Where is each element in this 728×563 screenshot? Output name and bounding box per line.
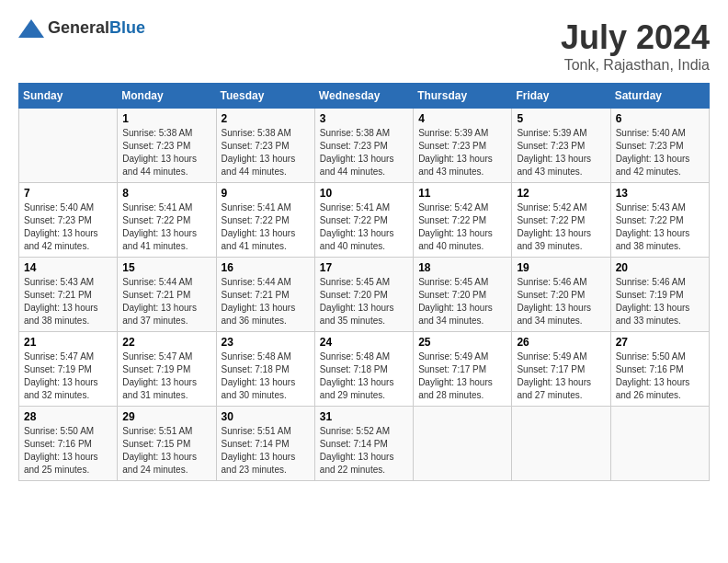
day-number: 18 [418, 261, 506, 274]
day-info: Sunrise: 5:50 AM Sunset: 7:16 PM Dayligh… [24, 425, 112, 477]
calendar-cell: 19Sunrise: 5:46 AM Sunset: 7:20 PM Dayli… [512, 258, 610, 332]
calendar-cell: 17Sunrise: 5:45 AM Sunset: 7:20 PM Dayli… [314, 258, 413, 332]
day-info: Sunrise: 5:46 AM Sunset: 7:19 PM Dayligh… [616, 276, 704, 327]
day-info: Sunrise: 5:46 AM Sunset: 7:20 PM Dayligh… [517, 276, 605, 327]
day-info: Sunrise: 5:41 AM Sunset: 7:22 PM Dayligh… [320, 201, 408, 253]
calendar-cell: 9Sunrise: 5:41 AM Sunset: 7:22 PM Daylig… [216, 183, 314, 258]
day-number: 1 [122, 112, 210, 125]
page-header: GeneralBlue July 2024 Tonk, Rajasthan, I… [18, 18, 710, 74]
calendar-cell [610, 407, 709, 481]
day-info: Sunrise: 5:41 AM Sunset: 7:22 PM Dayligh… [222, 201, 310, 253]
calendar-week-row: 28Sunrise: 5:50 AM Sunset: 7:16 PM Dayli… [19, 407, 710, 481]
calendar-cell: 12Sunrise: 5:42 AM Sunset: 7:22 PM Dayli… [512, 183, 610, 258]
calendar-cell [512, 407, 610, 481]
day-number: 30 [222, 410, 310, 423]
day-number: 25 [418, 336, 506, 349]
day-info: Sunrise: 5:43 AM Sunset: 7:22 PM Dayligh… [616, 201, 704, 253]
day-number: 22 [122, 336, 210, 349]
calendar-cell: 16Sunrise: 5:44 AM Sunset: 7:21 PM Dayli… [216, 258, 314, 332]
day-number: 14 [24, 261, 112, 274]
day-info: Sunrise: 5:48 AM Sunset: 7:18 PM Dayligh… [222, 350, 310, 402]
day-number: 10 [320, 187, 408, 200]
day-number: 4 [418, 112, 506, 125]
day-number: 6 [616, 112, 704, 125]
location-title: Tonk, Rajasthan, India [561, 57, 710, 74]
calendar-table: Sunday Monday Tuesday Wednesday Thursday… [18, 83, 710, 481]
col-monday: Monday [118, 84, 216, 109]
calendar-cell: 1Sunrise: 5:38 AM Sunset: 7:23 PM Daylig… [118, 109, 216, 183]
day-info: Sunrise: 5:45 AM Sunset: 7:20 PM Dayligh… [418, 276, 506, 327]
calendar-cell: 22Sunrise: 5:47 AM Sunset: 7:19 PM Dayli… [118, 332, 216, 407]
day-number: 15 [122, 261, 210, 274]
calendar-cell: 20Sunrise: 5:46 AM Sunset: 7:19 PM Dayli… [610, 258, 709, 332]
col-thursday: Thursday [414, 84, 512, 109]
day-number: 21 [24, 336, 112, 349]
calendar-cell: 7Sunrise: 5:40 AM Sunset: 7:23 PM Daylig… [19, 183, 118, 258]
day-number: 5 [517, 112, 605, 125]
logo-icon [18, 19, 44, 38]
day-info: Sunrise: 5:38 AM Sunset: 7:23 PM Dayligh… [122, 127, 210, 178]
col-tuesday: Tuesday [216, 84, 314, 109]
calendar-cell: 25Sunrise: 5:49 AM Sunset: 7:17 PM Dayli… [414, 332, 512, 407]
day-info: Sunrise: 5:47 AM Sunset: 7:19 PM Dayligh… [24, 350, 112, 402]
calendar-header: Sunday Monday Tuesday Wednesday Thursday… [19, 84, 710, 109]
day-number: 16 [222, 261, 310, 274]
day-number: 12 [517, 187, 605, 200]
day-number: 9 [222, 187, 310, 200]
calendar-cell: 29Sunrise: 5:51 AM Sunset: 7:15 PM Dayli… [118, 407, 216, 481]
calendar-cell: 10Sunrise: 5:41 AM Sunset: 7:22 PM Dayli… [314, 183, 413, 258]
calendar-cell: 30Sunrise: 5:51 AM Sunset: 7:14 PM Dayli… [216, 407, 314, 481]
day-info: Sunrise: 5:40 AM Sunset: 7:23 PM Dayligh… [24, 201, 112, 253]
calendar-week-row: 1Sunrise: 5:38 AM Sunset: 7:23 PM Daylig… [19, 109, 710, 183]
day-info: Sunrise: 5:48 AM Sunset: 7:18 PM Dayligh… [320, 350, 408, 402]
day-number: 7 [24, 187, 112, 200]
header-row: Sunday Monday Tuesday Wednesday Thursday… [19, 84, 710, 109]
svg-marker-0 [18, 19, 44, 38]
day-info: Sunrise: 5:51 AM Sunset: 7:15 PM Dayligh… [122, 425, 210, 477]
calendar-cell: 4Sunrise: 5:39 AM Sunset: 7:23 PM Daylig… [414, 109, 512, 183]
calendar-cell: 3Sunrise: 5:38 AM Sunset: 7:23 PM Daylig… [314, 109, 413, 183]
day-info: Sunrise: 5:42 AM Sunset: 7:22 PM Dayligh… [418, 201, 506, 253]
col-wednesday: Wednesday [314, 84, 413, 109]
calendar-cell: 26Sunrise: 5:49 AM Sunset: 7:17 PM Dayli… [512, 332, 610, 407]
day-info: Sunrise: 5:39 AM Sunset: 7:23 PM Dayligh… [418, 127, 506, 178]
calendar-cell: 28Sunrise: 5:50 AM Sunset: 7:16 PM Dayli… [19, 407, 118, 481]
calendar-cell: 23Sunrise: 5:48 AM Sunset: 7:18 PM Dayli… [216, 332, 314, 407]
title-block: July 2024 Tonk, Rajasthan, India [561, 18, 710, 74]
logo: GeneralBlue [18, 18, 145, 38]
day-info: Sunrise: 5:41 AM Sunset: 7:22 PM Dayligh… [122, 201, 210, 253]
day-info: Sunrise: 5:47 AM Sunset: 7:19 PM Dayligh… [122, 350, 210, 402]
day-number: 3 [320, 112, 408, 125]
calendar-cell: 2Sunrise: 5:38 AM Sunset: 7:23 PM Daylig… [216, 109, 314, 183]
day-info: Sunrise: 5:51 AM Sunset: 7:14 PM Dayligh… [222, 425, 310, 477]
day-info: Sunrise: 5:43 AM Sunset: 7:21 PM Dayligh… [24, 276, 112, 327]
day-number: 29 [122, 410, 210, 423]
calendar-cell: 8Sunrise: 5:41 AM Sunset: 7:22 PM Daylig… [118, 183, 216, 258]
calendar-cell: 5Sunrise: 5:39 AM Sunset: 7:23 PM Daylig… [512, 109, 610, 183]
calendar-cell: 15Sunrise: 5:44 AM Sunset: 7:21 PM Dayli… [118, 258, 216, 332]
day-number: 28 [24, 410, 112, 423]
day-info: Sunrise: 5:49 AM Sunset: 7:17 PM Dayligh… [517, 350, 605, 402]
day-number: 11 [418, 187, 506, 200]
calendar-week-row: 7Sunrise: 5:40 AM Sunset: 7:23 PM Daylig… [19, 183, 710, 258]
calendar-cell: 24Sunrise: 5:48 AM Sunset: 7:18 PM Dayli… [314, 332, 413, 407]
day-info: Sunrise: 5:39 AM Sunset: 7:23 PM Dayligh… [517, 127, 605, 178]
calendar-cell: 18Sunrise: 5:45 AM Sunset: 7:20 PM Dayli… [414, 258, 512, 332]
col-saturday: Saturday [610, 84, 709, 109]
month-title: July 2024 [561, 18, 710, 57]
calendar-cell: 14Sunrise: 5:43 AM Sunset: 7:21 PM Dayli… [19, 258, 118, 332]
calendar-cell: 27Sunrise: 5:50 AM Sunset: 7:16 PM Dayli… [610, 332, 709, 407]
logo-text-blue: Blue [109, 18, 145, 37]
day-info: Sunrise: 5:45 AM Sunset: 7:20 PM Dayligh… [320, 276, 408, 327]
day-number: 20 [616, 261, 704, 274]
day-info: Sunrise: 5:52 AM Sunset: 7:14 PM Dayligh… [320, 425, 408, 477]
day-info: Sunrise: 5:38 AM Sunset: 7:23 PM Dayligh… [222, 127, 310, 178]
col-sunday: Sunday [19, 84, 118, 109]
day-number: 2 [222, 112, 310, 125]
day-number: 31 [320, 410, 408, 423]
day-number: 27 [616, 336, 704, 349]
calendar-cell: 11Sunrise: 5:42 AM Sunset: 7:22 PM Dayli… [414, 183, 512, 258]
day-info: Sunrise: 5:38 AM Sunset: 7:23 PM Dayligh… [320, 127, 408, 178]
calendar-week-row: 21Sunrise: 5:47 AM Sunset: 7:19 PM Dayli… [19, 332, 710, 407]
day-number: 24 [320, 336, 408, 349]
